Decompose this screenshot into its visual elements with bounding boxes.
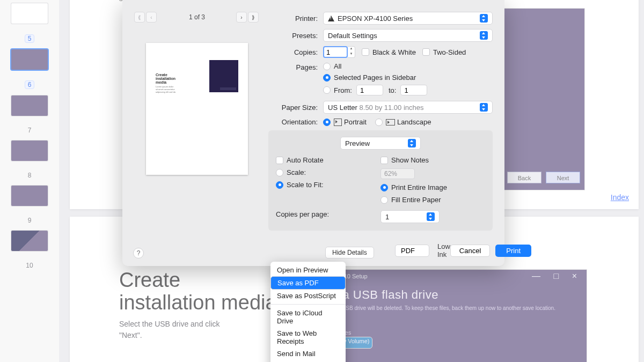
cancel-button[interactable]: Cancel (450, 245, 490, 257)
presets-select[interactable]: Default Settings (323, 29, 493, 42)
fill-paper-radio[interactable] (380, 196, 388, 204)
two-sided-checkbox[interactable] (422, 48, 430, 56)
copies-per-page-label: Copies per page: (276, 210, 329, 218)
menu-item-open-preview[interactable]: Open in Preview (270, 264, 346, 276)
next-page-button[interactable]: › (236, 12, 247, 23)
hide-details-button[interactable]: Hide Details (325, 247, 374, 258)
menu-item-save-postscript[interactable]: Save as PostScript (270, 290, 346, 302)
slide-thumbnail[interactable] (11, 231, 48, 251)
dropdown-arrow-icon (480, 31, 488, 40)
screenshot-window: Windows 10 Setup— □ × ect a USB flash dr… (313, 269, 587, 362)
dropdown-arrow-icon (480, 14, 488, 23)
slide-number: 5 (0, 34, 59, 43)
copies-per-page-select[interactable]: 1 (380, 210, 440, 223)
drive-list-link: drive list (323, 321, 578, 327)
print-entire-label: Print Entire Image (391, 183, 447, 191)
slide-thumbnail[interactable] (11, 186, 48, 206)
fill-paper-label: Fill Entire Paper (391, 196, 441, 204)
low-ink-status: Low Ink (437, 242, 450, 258)
menu-item-save-pdf[interactable]: Save as PDF (270, 276, 346, 290)
print-dialog: ⟪ ‹ 1 of 3 › ⟫ Create installation media… (122, 0, 504, 266)
slide-number: 9 (0, 217, 59, 224)
slide-number: 10 (0, 262, 59, 269)
printer-select[interactable]: EPSON XP-4100 Series (323, 12, 493, 25)
paper-size-label: Paper Size: (268, 104, 323, 112)
thumb-screenshot (209, 60, 238, 92)
copies-input[interactable] (323, 46, 348, 58)
pdf-dropdown-menu: Open in Preview Save as PDF Save as Post… (270, 262, 346, 362)
show-notes-checkbox[interactable] (380, 157, 388, 164)
dropdown-arrow-icon (408, 139, 416, 147)
slide-thumbnail[interactable] (11, 3, 48, 24)
thumb-title: Create installation media (156, 73, 176, 84)
slide-number: 7 (0, 127, 59, 134)
scale-radio[interactable] (276, 169, 283, 176)
window-controls: — □ × (532, 271, 582, 281)
dropdown-arrow-icon (418, 247, 426, 254)
window-subtext: on your USB drive will be deleted. To ke… (323, 305, 578, 311)
pdf-menu-button[interactable]: PDF (395, 245, 429, 257)
menu-item-send-mail[interactable]: Send in Mail (270, 348, 346, 360)
thumb-body: Lorem ipsum dolor sit amet consectetur a… (156, 85, 176, 94)
dropdown-arrow-icon (427, 212, 435, 221)
back-button: Back (507, 172, 541, 183)
pages-label: Pages: (268, 62, 323, 71)
slide-thumbnail[interactable] (11, 141, 48, 161)
slide-number: 8 (0, 172, 59, 179)
prev-page-button[interactable]: ‹ (146, 12, 157, 23)
black-white-label: Black & White (372, 48, 416, 56)
slide-thumbnail-sidebar: 5 6 7 8 9 10 (0, 0, 59, 362)
next-button: Next (546, 172, 580, 183)
pages-selected-label: Selected Pages in Sidebar (334, 73, 416, 82)
slide-thumbnail[interactable] (11, 49, 48, 70)
pages-to-label: to: (389, 86, 396, 94)
first-page-button[interactable]: ⟪ (134, 12, 145, 23)
last-page-button[interactable]: ⟫ (248, 12, 259, 23)
presets-label: Presets: (268, 32, 323, 40)
pages-all-label: All (334, 62, 341, 70)
portrait-label: Portrait (344, 118, 367, 126)
pages-from-radio[interactable] (323, 86, 331, 94)
menu-item-save-icloud[interactable]: Save to iCloud Drive (270, 307, 346, 327)
drive-group: able drives (323, 329, 578, 336)
scale-label: Scale: (287, 168, 306, 176)
menu-item-save-web-receipts[interactable]: Save to Web Receipts (270, 327, 346, 348)
slide-thumbnail[interactable] (11, 95, 48, 116)
orientation-landscape-radio[interactable] (375, 119, 383, 126)
show-notes-label: Show Notes (391, 156, 429, 164)
copies-label: Copies: (268, 48, 323, 56)
two-sided-label: Two-Sided (433, 48, 466, 56)
page-indicator: 1 of 3 (158, 13, 236, 21)
pages-to-input[interactable] (400, 85, 427, 95)
pages-all-radio[interactable] (323, 63, 331, 70)
auto-rotate-label: Auto Rotate (287, 156, 324, 164)
orientation-portrait-radio[interactable] (323, 119, 331, 126)
orientation-label: Orientation: (268, 118, 323, 126)
preview-navigation: ⟪ ‹ 1 of 3 › ⟫ (134, 12, 260, 23)
print-button[interactable]: Print (495, 245, 531, 257)
slide-number: 6 (0, 80, 59, 89)
help-button[interactable]: ? (133, 248, 144, 258)
landscape-label: Landscape (397, 118, 431, 126)
pages-from-label: From: (334, 86, 352, 94)
auto-rotate-checkbox[interactable] (276, 157, 283, 164)
printer-label: Printer: (268, 14, 323, 23)
index-link[interactable]: Index (611, 193, 629, 202)
app-options-select[interactable]: Preview (340, 137, 421, 150)
app-options-panel: Preview Auto Rotate Scale: Scale to Fit:… (268, 130, 493, 231)
landscape-icon (386, 119, 395, 125)
copies-stepper[interactable]: ▲▼ (348, 46, 355, 58)
slide-body: Select the USB drive and click"Next". (119, 319, 220, 341)
scale-input (380, 168, 415, 179)
pages-selected-radio[interactable] (323, 74, 331, 82)
pages-from-input[interactable] (356, 85, 383, 95)
paper-size-select[interactable]: US Letter 8.50 by 11.00 inches (323, 101, 493, 114)
scale-fit-label: Scale to Fit: (287, 181, 324, 189)
warning-icon (328, 16, 334, 21)
print-entire-radio[interactable] (380, 184, 388, 191)
scale-fit-radio[interactable] (276, 181, 283, 189)
slide-title: Createinstallation media (119, 269, 277, 314)
black-white-checkbox[interactable] (362, 48, 369, 56)
window-heading: ect a USB flash drive (323, 288, 578, 302)
dropdown-arrow-icon (480, 103, 488, 112)
